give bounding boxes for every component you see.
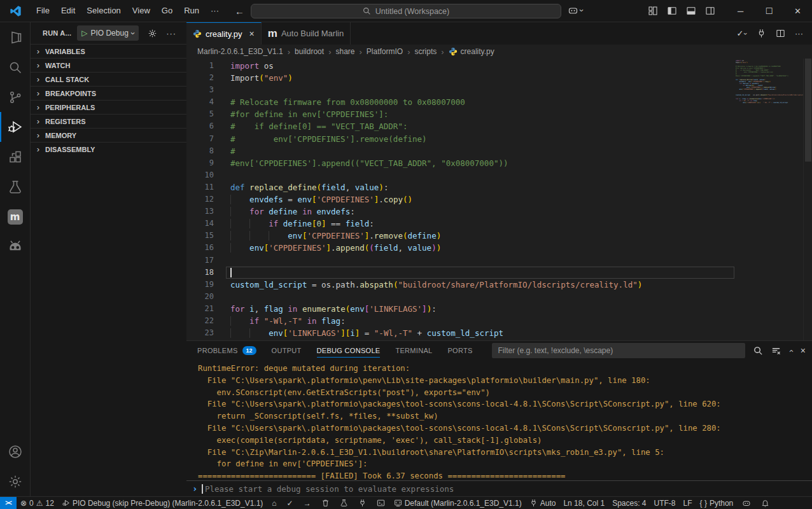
settings-gear-icon[interactable] [0, 466, 30, 496]
copilot-menu-button[interactable]: › [568, 5, 583, 16]
sidebar-section-variables[interactable]: ›VARIABLES [31, 44, 186, 58]
indentation-status[interactable]: Spaces: 4 [608, 497, 650, 509]
window-maximize-button[interactable]: ☐ [755, 0, 783, 22]
copilot-status-icon[interactable] [737, 497, 756, 509]
eol-status[interactable]: LF [680, 497, 696, 509]
notifications-bell-icon[interactable] [756, 497, 774, 509]
serial-monitor-plug-icon[interactable] [353, 497, 372, 509]
plug-icon[interactable] [757, 29, 766, 38]
panel-close-icon[interactable]: × [801, 345, 806, 356]
toggle-sidebar-icon[interactable] [665, 6, 679, 16]
tab-auto-build-marlin[interactable]: mAuto Build Marlin [262, 22, 351, 45]
activity-search-icon[interactable] [0, 52, 30, 82]
activity-marlin-icon[interactable]: m [0, 202, 30, 232]
menu-overflow[interactable]: ··· [205, 4, 225, 18]
build-check-icon[interactable]: ✓ [282, 497, 298, 509]
breadcrumb-item[interactable]: scripts [415, 47, 437, 56]
debug-console-output[interactable]: RuntimeError: deque mutated during itera… [186, 360, 812, 480]
sidebar-section-memory[interactable]: ›MEMORY [31, 128, 186, 142]
home-icon[interactable]: ⌂ [267, 497, 281, 509]
code-line-21[interactable]: 21for i, flag in enumerate(env['LINKFLAG… [186, 303, 812, 315]
tab-creality.py[interactable]: creality.py× [186, 22, 262, 45]
run-python-file-button[interactable]: ✓› [736, 29, 747, 38]
serial-port-selector[interactable]: Auto [526, 497, 560, 509]
panel-tab-ports[interactable]: PORTS [447, 341, 472, 360]
debug-console-input[interactable]: › Please start a debug session to evalua… [186, 480, 812, 496]
breadcrumb-file[interactable]: creality.py [449, 47, 494, 56]
command-center-search[interactable]: Untitled (Workspace) [251, 4, 561, 18]
debug-status[interactable]: PIO Debug (skip Pre-Debug) (Marlin-2.0.6… [58, 497, 267, 509]
menu-edit[interactable]: Edit [55, 4, 81, 18]
panel-tab-output[interactable]: OUTPUT [272, 341, 302, 360]
code-line-15[interactable]: 15 env['CPPDEFINES'].remove(define) [186, 230, 812, 242]
toggle-secondary-sidebar-icon[interactable] [703, 6, 717, 16]
menu-view[interactable]: View [127, 4, 156, 18]
window-close-button[interactable]: ✕ [783, 0, 812, 22]
problems-status[interactable]: ⊗0 ⚠12 [17, 497, 58, 509]
activity-run-and-debug-icon[interactable] [0, 112, 30, 142]
code-editor[interactable]: 1import os2Import("env")34# Relocate fir… [186, 59, 812, 340]
code-line-4[interactable]: 4# Relocate firmware from 0x08000000 to … [186, 96, 812, 108]
terminal-icon[interactable] [372, 497, 390, 509]
code-line-2[interactable]: 2Import("env") [186, 72, 812, 84]
activity-source-control-icon[interactable] [0, 82, 30, 112]
debug-settings-gear-icon[interactable] [148, 29, 157, 38]
menu-run[interactable]: Run [178, 4, 205, 18]
project-environment-selector[interactable]: Default (Marlin-2.0.6.1_E3D_V1.1) [390, 497, 526, 509]
code-line-1[interactable]: 1import os [186, 60, 812, 72]
code-line-7[interactable]: 7# env['CPPDEFINES'].remove(define) [186, 133, 812, 145]
sidebar-more-actions-icon[interactable]: ··· [166, 29, 176, 38]
window-minimize-button[interactable]: ─ [726, 0, 755, 22]
code-line-22[interactable]: 22 if "-Wl,-T" in flag: [186, 315, 812, 327]
code-line-9[interactable]: 9#env['CPPDEFINES'].append(("VECT_TAB_AD… [186, 157, 812, 169]
editor-scrollbar[interactable] [803, 59, 812, 340]
toggle-panel-icon[interactable] [684, 6, 698, 16]
sidebar-section-breakpoints[interactable]: ›BREAKPOINTS [31, 86, 186, 100]
console-filter-input[interactable] [492, 343, 745, 358]
code-line-6[interactable]: 6# if define[0] == "VECT_TAB_ADDR": [186, 120, 812, 132]
menu-go[interactable]: Go [156, 4, 178, 18]
accounts-icon[interactable] [0, 436, 30, 466]
sidebar-section-disassembly[interactable]: ›DISASSEMBLY [31, 142, 186, 156]
cursor-position[interactable]: Ln 18, Col 1 [559, 497, 608, 509]
sidebar-section-registers[interactable]: ›REGISTERS [31, 114, 186, 128]
breadcrumb-item[interactable]: PlatformIO [367, 47, 403, 56]
customize-layout-icon[interactable] [646, 6, 660, 16]
menu-file[interactable]: File [31, 4, 55, 18]
panel-tab-terminal[interactable]: TERMINAL [395, 341, 432, 360]
panel-tab-problems[interactable]: PROBLEMS12 [197, 341, 256, 360]
menu-selection[interactable]: Selection [81, 4, 126, 18]
activity-platformio-icon[interactable] [0, 232, 30, 261]
editor-more-actions-icon[interactable]: ··· [795, 29, 803, 38]
panel-tab-debug-console[interactable]: DEBUG CONSOLE [317, 341, 381, 360]
code-line-10[interactable]: 10 [186, 169, 812, 181]
code-line-17[interactable]: 17 [186, 254, 812, 267]
remote-indicator[interactable]: >< [0, 497, 17, 509]
search-icon[interactable] [753, 346, 763, 356]
launch-config-dropdown[interactable]: ▷ PIO Debug › [77, 25, 139, 41]
code-line-23[interactable]: 23 env['LINKFLAGS'][i] = "-Wl,-T" + cust… [186, 327, 812, 339]
code-line-14[interactable]: 14 if define[0] == field: [186, 218, 812, 230]
code-line-8[interactable]: 8# [186, 145, 812, 157]
sidebar-section-peripherals[interactable]: ›PERIPHERALS [31, 100, 186, 114]
code-line-16[interactable]: 16 env['CPPDEFINES'].append((field, valu… [186, 242, 812, 254]
code-line-13[interactable]: 13 for define in envdefs: [186, 206, 812, 218]
sidebar-section-call-stack[interactable]: ›CALL STACK [31, 72, 186, 86]
code-line-5[interactable]: 5#for define in env['CPPDEFINES']: [186, 108, 812, 120]
clean-trash-icon[interactable] [316, 497, 335, 509]
activity-testing-icon[interactable] [0, 172, 30, 202]
upload-arrow-icon[interactable]: → [298, 497, 316, 509]
minimap[interactable]: import osImport("env")# Relocate firmwar… [736, 60, 803, 104]
activity-extensions-icon[interactable] [0, 142, 30, 172]
tab-close-icon[interactable]: × [249, 29, 255, 39]
activity-explorer-icon[interactable] [0, 22, 30, 52]
sidebar-section-watch[interactable]: ›WATCH [31, 58, 186, 72]
breadcrumb[interactable]: Marlin-2.0.6.1_E3D_V1.1›buildroot›share›… [186, 45, 812, 59]
nav-back-icon[interactable]: ← [235, 6, 244, 17]
breadcrumb-item[interactable]: share [335, 47, 354, 56]
code-line-18[interactable]: 18 [186, 267, 812, 279]
start-debug-icon[interactable]: ▷ [81, 29, 87, 38]
code-line-20[interactable]: 20 [186, 291, 812, 303]
language-mode[interactable]: { }Python [696, 497, 738, 509]
code-line-12[interactable]: 12 envdefs = env['CPPDEFINES'].copy() [186, 193, 812, 206]
